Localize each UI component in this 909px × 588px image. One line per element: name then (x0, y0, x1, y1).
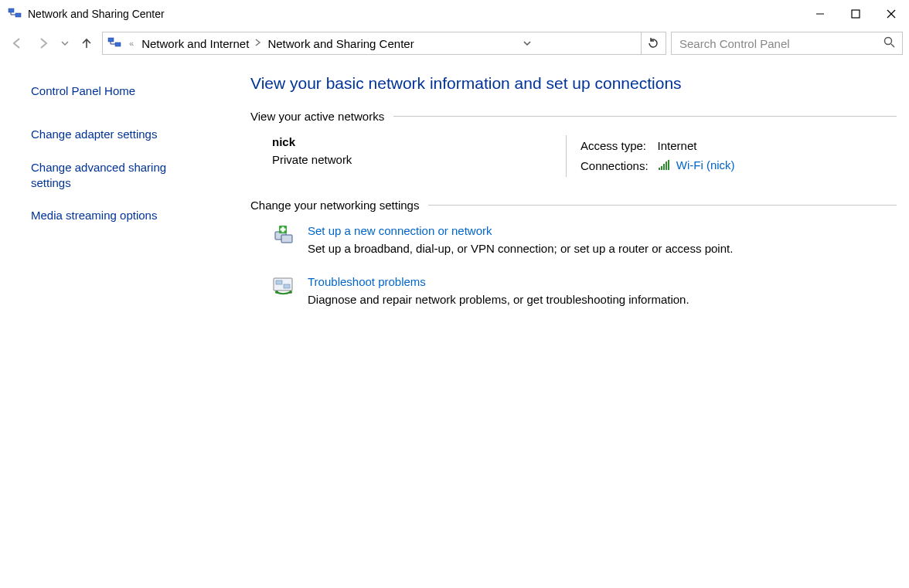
location-icon (107, 36, 121, 50)
svg-rect-11 (661, 166, 662, 170)
svg-rect-6 (108, 38, 114, 42)
troubleshoot-desc: Diagnose and repair network problems, or… (308, 293, 689, 306)
wifi-signal-icon (658, 160, 670, 173)
back-button[interactable] (6, 32, 28, 54)
recent-dropdown[interactable] (59, 32, 71, 54)
search-icon[interactable] (883, 36, 896, 51)
sidebar: Control Panel Home Change adapter settin… (0, 59, 232, 588)
app-icon (8, 7, 22, 21)
setup-connection-desc: Set up a broadband, dial-up, or VPN conn… (308, 242, 733, 255)
minimize-button[interactable] (802, 0, 838, 28)
troubleshoot-item: Troubleshoot problems Diagnose and repai… (272, 275, 897, 306)
network-type: Private network (272, 153, 566, 166)
divider (428, 205, 897, 206)
window-titlebar: Network and Sharing Center (0, 0, 909, 28)
search-box[interactable] (671, 32, 903, 55)
sidebar-link-sharing[interactable]: Change advanced sharing settings (31, 160, 193, 192)
setup-connection-item: Set up a new connection or network Set u… (272, 224, 897, 255)
troubleshoot-icon (272, 275, 295, 298)
sidebar-link-adapter[interactable]: Change adapter settings (31, 127, 223, 142)
up-button[interactable] (76, 32, 97, 54)
section-change-settings: Change your networking settings (250, 199, 897, 212)
access-type-label: Access type: (580, 137, 656, 155)
svg-rect-3 (852, 10, 860, 18)
breadcrumb-separator-icon[interactable] (255, 38, 261, 49)
svg-rect-16 (281, 235, 292, 243)
divider (393, 116, 897, 117)
main-panel: View your basic network information and … (232, 59, 909, 588)
svg-line-9 (891, 44, 894, 47)
troubleshoot-link[interactable]: Troubleshoot problems (308, 275, 689, 288)
setup-connection-icon (272, 224, 295, 247)
breadcrumb-overflow-icon[interactable]: « (129, 39, 134, 48)
svg-rect-14 (668, 160, 669, 170)
refresh-button[interactable] (641, 32, 666, 54)
maximize-button[interactable] (838, 0, 873, 28)
toolbar: « Network and Internet Network and Shari… (0, 28, 909, 59)
forward-button[interactable] (32, 32, 54, 54)
connection-link[interactable]: Wi-Fi (nick) (676, 158, 735, 172)
svg-rect-10 (659, 168, 660, 170)
search-input[interactable] (678, 36, 883, 51)
active-network-block: nick Private network Access type: Intern… (272, 135, 897, 177)
page-heading: View your basic network information and … (250, 74, 897, 93)
access-type-value: Internet (658, 137, 743, 155)
section-label: View your active networks (250, 110, 384, 123)
close-button[interactable] (873, 0, 909, 28)
content-area: Control Panel Home Change adapter settin… (0, 59, 909, 588)
breadcrumb-level1[interactable]: Network and Internet (141, 37, 249, 50)
svg-rect-22 (284, 284, 290, 288)
svg-point-8 (885, 37, 892, 44)
section-active-networks: View your active networks (250, 110, 897, 123)
svg-point-23 (275, 291, 278, 294)
sidebar-link-media[interactable]: Media streaming options (31, 208, 223, 223)
svg-point-24 (289, 291, 292, 294)
control-panel-home-link[interactable]: Control Panel Home (31, 83, 223, 99)
svg-rect-13 (666, 161, 667, 170)
address-dropdown[interactable] (519, 32, 536, 54)
svg-rect-19 (281, 229, 286, 231)
address-bar[interactable]: « Network and Internet Network and Shari… (102, 32, 666, 55)
network-name: nick (272, 135, 566, 148)
connections-label: Connections: (580, 156, 656, 175)
svg-rect-0 (9, 8, 14, 12)
section-label: Change your networking settings (250, 199, 419, 212)
svg-rect-1 (15, 13, 21, 17)
breadcrumb-level2[interactable]: Network and Sharing Center (267, 37, 414, 50)
setup-connection-link[interactable]: Set up a new connection or network (308, 224, 733, 237)
svg-rect-12 (663, 164, 665, 170)
window-title: Network and Sharing Center (28, 8, 165, 20)
svg-rect-21 (276, 280, 282, 284)
svg-rect-7 (115, 42, 121, 46)
